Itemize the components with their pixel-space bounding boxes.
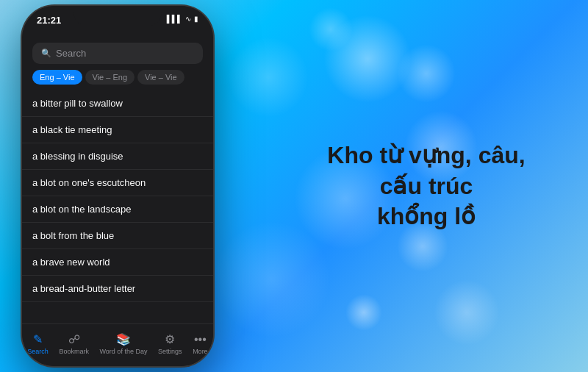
notch xyxy=(74,6,162,26)
bottom-tab-bar: ✎ Search ☍ Bookmark 📚 Word of the Day ⚙ … xyxy=(22,323,213,366)
list-item[interactable]: a blot on the landscape xyxy=(22,196,213,223)
search-bar[interactable]: 🔍 Search xyxy=(32,43,203,64)
promo-text: Kho từ vựng, câu, cấu trúc khổng lồ xyxy=(309,140,544,232)
wifi-icon: ∿ xyxy=(185,15,191,23)
dictionary-tabs: Eng – Vie Vie – Eng Vie – Vie xyxy=(32,70,203,85)
settings-tab-label: Settings xyxy=(158,348,182,355)
promo-heading: Kho từ vựng, câu, cấu trúc khổng lồ xyxy=(309,140,544,232)
bottom-tab-settings[interactable]: ⚙ Settings xyxy=(158,332,182,355)
tab-vie-vie[interactable]: Vie – Vie xyxy=(137,70,184,85)
status-icons: ▌▌▌ ∿ ▮ xyxy=(167,15,198,23)
list-item[interactable]: a black tie meeting xyxy=(22,117,213,143)
more-tab-icon: ••• xyxy=(194,333,207,346)
wotd-tab-icon: 📚 xyxy=(116,332,131,346)
search-tab-icon: ✎ xyxy=(33,332,43,346)
bottom-tab-search[interactable]: ✎ Search xyxy=(27,332,49,355)
bottom-tab-more[interactable]: ••• More xyxy=(193,333,208,355)
list-item[interactable]: a bolt from the blue xyxy=(22,223,213,249)
battery-icon: ▮ xyxy=(194,15,198,23)
list-item[interactable]: a brave new world xyxy=(22,249,213,276)
settings-tab-icon: ⚙ xyxy=(165,332,175,346)
bookmark-tab-icon: ☍ xyxy=(68,332,80,346)
bottom-tab-wotd[interactable]: 📚 Word of the Day xyxy=(100,332,148,355)
bookmark-tab-label: Bookmark xyxy=(59,348,89,355)
wotd-tab-label: Word of the Day xyxy=(100,348,148,355)
phone-wrapper: 21:21 ▌▌▌ ∿ ▮ 🔍 Search Eng – Vie Vie – E… xyxy=(11,6,224,366)
signal-icon: ▌▌▌ xyxy=(167,15,182,23)
search-placeholder: Search xyxy=(56,48,86,59)
list-item[interactable]: a blot on one's escutcheon xyxy=(22,170,213,196)
more-tab-label: More xyxy=(193,348,208,355)
phone-body: 21:21 ▌▌▌ ∿ ▮ 🔍 Search Eng – Vie Vie – E… xyxy=(22,6,213,366)
bottom-tab-bookmark[interactable]: ☍ Bookmark xyxy=(59,332,89,355)
search-tab-label: Search xyxy=(27,348,49,355)
list-item[interactable]: a bread-and-butter letter xyxy=(22,276,213,302)
screen: 21:21 ▌▌▌ ∿ ▮ 🔍 Search Eng – Vie Vie – E… xyxy=(22,6,213,366)
word-list: a bitter pill to swallow a black tie mee… xyxy=(22,90,213,323)
status-time: 21:21 xyxy=(37,15,61,26)
list-item[interactable]: a blessing in disguise xyxy=(22,143,213,170)
list-item[interactable]: a bitter pill to swallow xyxy=(22,90,213,117)
tab-vie-eng[interactable]: Vie – Eng xyxy=(85,70,135,85)
search-icon: 🔍 xyxy=(41,49,51,58)
tab-eng-vie[interactable]: Eng – Vie xyxy=(32,70,82,85)
